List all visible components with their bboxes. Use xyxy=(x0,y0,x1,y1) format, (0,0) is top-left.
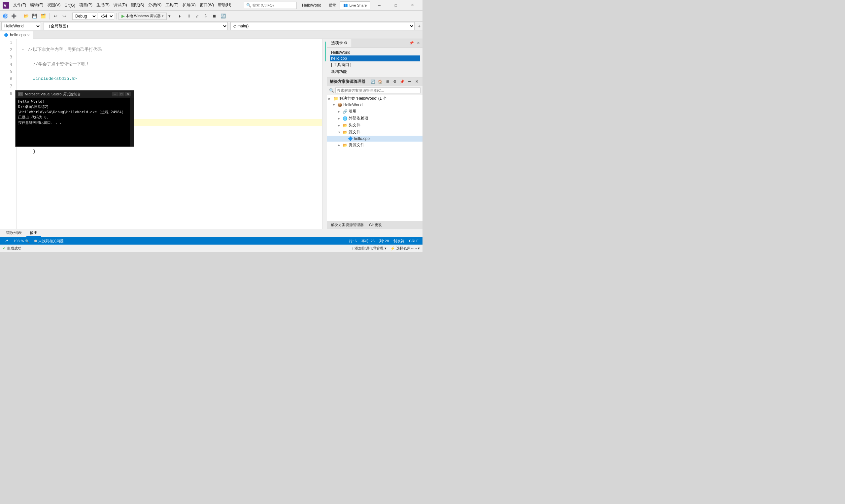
solution-bottom-btn1[interactable]: 解决方案资源管理器 xyxy=(329,222,366,228)
save-btn[interactable]: 💾 xyxy=(31,12,39,20)
title-bar-left: V 文件(F) 编辑(E) 视图(V) Git(G) 项目(P) 生成(B) 调… xyxy=(3,2,233,8)
menu-debug[interactable]: 调试(D) xyxy=(112,2,128,8)
status-bar: ⎇ 193 % 🔍 未找到相关问题 行: 6 字符: 25 列: 28 制表符 … xyxy=(0,237,422,245)
menu-view[interactable]: 视图(V) xyxy=(46,2,62,8)
solution-panel: 解决方案资源管理器 🔄 🏠 ⊞ ⚙ 📌 ⬅ ✕ 🔍 xyxy=(327,77,422,229)
right-item-newfeatures[interactable]: 新增功能 xyxy=(330,68,420,75)
solution-close-btn[interactable]: ✕ xyxy=(413,78,420,85)
solution-home-btn[interactable]: 🏠 xyxy=(377,78,383,85)
right-close-icon[interactable]: ✕ xyxy=(415,40,421,46)
maximize-btn[interactable]: □ xyxy=(388,0,403,11)
console-min-btn[interactable]: ─ xyxy=(112,92,118,96)
file-tab-icon: 🔷 xyxy=(4,33,8,37)
headers-expand-icon: ▶ xyxy=(338,124,342,127)
solution-arrow-btn[interactable]: ⬅ xyxy=(406,78,413,85)
project-selector[interactable]: HelloWorld xyxy=(1,22,41,30)
solution-search-input[interactable] xyxy=(335,88,420,93)
global-search-box[interactable]: 🔍 xyxy=(244,2,297,9)
func-selector[interactable]: ◇ main() xyxy=(230,22,415,30)
tree-solution-root[interactable]: ▶ 📁 解决方案 'HelloWorld' (1 个 xyxy=(327,95,422,102)
status-colnum[interactable]: 列: 28 xyxy=(378,239,390,244)
menu-help[interactable]: 帮助(H) xyxy=(217,2,233,8)
bottom-tab-output[interactable]: 输出 xyxy=(26,229,41,237)
redo-btn[interactable]: ↪ xyxy=(60,12,68,20)
menu-edit[interactable]: 编辑(E) xyxy=(29,2,44,8)
menu-test[interactable]: 测试(S) xyxy=(130,2,146,8)
close-btn[interactable]: ✕ xyxy=(405,0,420,11)
project-name: HelloWorld xyxy=(343,103,362,107)
scope-selector[interactable]: （全局范围） xyxy=(43,22,228,30)
solution-bottom-btn2[interactable]: Git 更改 xyxy=(367,222,384,228)
status-git-icon[interactable]: ⎇ xyxy=(3,239,10,243)
right-tab-options[interactable]: 选项卡 ⚙ xyxy=(327,39,352,47)
tree-node-extdeps[interactable]: ▶ 🌐 外部依赖项 xyxy=(327,115,422,122)
debug-step-btn[interactable]: ↙ xyxy=(194,12,201,20)
add-btn[interactable]: ➕ xyxy=(10,12,18,20)
add-function-btn[interactable]: + xyxy=(416,22,422,30)
debug-step-over-btn[interactable]: ⤵ xyxy=(202,12,210,20)
solution-sync-btn[interactable]: 🔄 xyxy=(370,78,376,85)
run-btn[interactable]: ▶ 本地 Windows 调试器 ▾ xyxy=(119,13,167,20)
code-editor[interactable]: 1 2 3 4 5 6 7 8 −//以下非文件内容，需要自己手打代码 //学会… xyxy=(0,39,327,229)
global-search-input[interactable] xyxy=(252,3,289,7)
right-item-hellocpp[interactable]: hello.cpp xyxy=(330,55,420,61)
right-pin-icon[interactable]: 📌 xyxy=(409,40,415,46)
menu-project[interactable]: 项目(P) xyxy=(78,2,94,8)
solution-pin-btn[interactable]: 📌 xyxy=(399,78,405,85)
menu-extend[interactable]: 扩展(X) xyxy=(181,2,197,8)
minimize-btn[interactable]: ─ xyxy=(372,0,387,11)
select-repo-btn[interactable]: ⚡ 选择仓库←→▾ xyxy=(391,246,420,251)
undo-btn[interactable]: ↩ xyxy=(52,12,59,20)
fold-btn-1[interactable]: − xyxy=(22,46,26,53)
menu-file[interactable]: 文件(F) xyxy=(12,2,28,8)
bottom-tab-errors[interactable]: 错误列表 xyxy=(3,229,25,237)
console-close-btn[interactable]: ✕ xyxy=(125,92,131,96)
console-window[interactable]: C Microsoft Visual Studio 调试控制台 ─ □ ✕ He… xyxy=(15,90,134,147)
config-select[interactable]: Debug Release xyxy=(72,13,97,20)
tree-node-hellocpp[interactable]: 🔷 hello.cpp xyxy=(327,136,422,142)
menu-build[interactable]: 生成(B) xyxy=(95,2,111,8)
debug-stop-btn[interactable]: ⏹ xyxy=(211,12,218,20)
status-zoom[interactable]: 193 % 🔍 xyxy=(12,239,30,243)
extdeps-expand-icon: ▶ xyxy=(338,117,342,120)
debug-pause-btn[interactable]: ⏸ xyxy=(185,12,193,20)
open-btn[interactable]: 📂 xyxy=(22,12,30,20)
file-tab-hello-cpp[interactable]: 🔷 hello.cpp ✕ xyxy=(0,31,33,39)
scroll-accent xyxy=(325,41,326,61)
menu-git[interactable]: Git(G) xyxy=(63,3,76,7)
tree-node-resources[interactable]: ▶ 📂 资源文件 xyxy=(327,142,422,148)
console-max-btn[interactable]: □ xyxy=(119,92,124,96)
menu-window[interactable]: 窗口(W) xyxy=(198,2,215,8)
lineending-label: 制表符 xyxy=(393,239,404,244)
menu-analyze[interactable]: 分析(N) xyxy=(147,2,163,8)
debug-restart-btn[interactable]: 🔄 xyxy=(219,12,227,20)
status-row[interactable]: 行: 6 xyxy=(347,239,358,244)
file-tab-close[interactable]: ✕ xyxy=(27,33,30,37)
live-share-btn[interactable]: 👥 Live Share xyxy=(340,1,370,9)
code-line-1: −//以下非文件内容，需要自己手打代码 xyxy=(22,46,322,53)
platform-select[interactable]: x64 x86 xyxy=(98,13,114,20)
run-label: 本地 Windows 调试器 xyxy=(126,14,161,18)
tree-node-headers[interactable]: ▶ 📂 头文件 xyxy=(327,122,422,129)
right-item-toolwindow[interactable]: [ 工具窗口 ] xyxy=(330,61,420,68)
tree-node-ref[interactable]: ▶ 🔗 引用 xyxy=(327,108,422,115)
tree-node-sources[interactable]: ▼ 📂 源文件 xyxy=(327,129,422,136)
debug-start-btn[interactable]: ⏵ xyxy=(176,12,184,20)
add-to-source-btn[interactable]: ↑ 添加到源代码管理 ▾ xyxy=(352,246,386,251)
status-lineending[interactable]: 制表符 xyxy=(392,239,406,244)
login-btn[interactable]: 登录 xyxy=(326,2,338,8)
run-dropdown-btn[interactable]: ▾ xyxy=(167,12,172,20)
colnum-label: 列: 28 xyxy=(379,239,389,244)
menu-tools[interactable]: 工具(T) xyxy=(164,2,180,8)
status-errors[interactable]: 未找到相关问题 xyxy=(33,239,65,244)
save-all-btn[interactable]: 🗂️ xyxy=(39,12,47,20)
status-encoding[interactable]: CRLF xyxy=(408,239,420,244)
tree-project[interactable]: ▼ 📦 HelloWorld xyxy=(327,102,422,108)
solution-settings-btn[interactable]: ⚙ xyxy=(392,78,398,85)
console-scrollbar[interactable] xyxy=(130,98,134,146)
status-col[interactable]: 字符: 25 xyxy=(360,239,376,244)
new-btn[interactable]: 🌀 xyxy=(1,12,9,20)
editor-scrollbar[interactable] xyxy=(322,39,327,229)
solution-expand-btn[interactable]: ⊞ xyxy=(384,78,391,85)
right-item-helloworld[interactable]: HelloWorld xyxy=(330,50,420,55)
